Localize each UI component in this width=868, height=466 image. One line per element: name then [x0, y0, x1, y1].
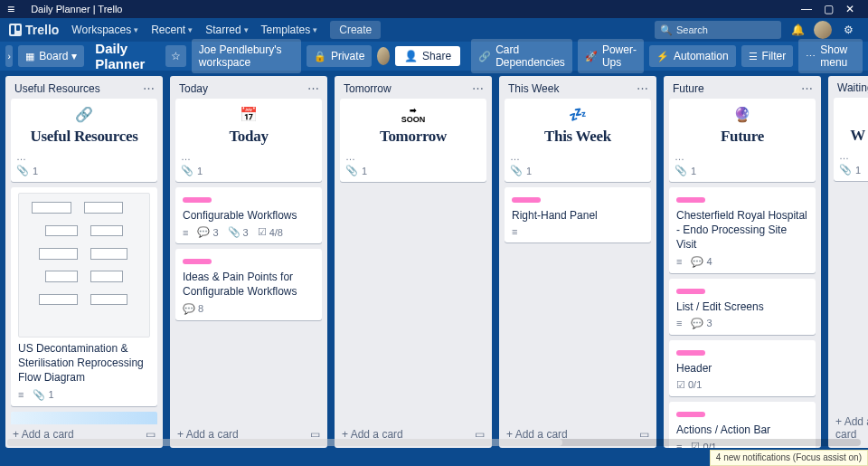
chevron-down-icon: ▾ [188, 25, 193, 34]
list-tomorrow: Tomorrow⋯ ➡SOON Tomorrow … 📎1 + Add a ca… [335, 76, 492, 448]
add-card-button[interactable]: + Add a card [835, 415, 868, 441]
list-menu-button[interactable]: ⋯ [637, 81, 649, 95]
list-name[interactable]: Today [179, 82, 307, 95]
settings-button[interactable]: ⚙ [837, 19, 859, 41]
show-menu-button[interactable]: ⋯Show menu [798, 39, 863, 73]
chevron-down-icon: ▾ [134, 25, 138, 34]
search-input[interactable]: 🔍Search [655, 21, 781, 39]
user-avatar[interactable] [814, 21, 832, 39]
attachment-icon: 📎 [33, 389, 45, 401]
chevron-down-icon: ▾ [71, 50, 77, 62]
board-view-button[interactable]: ▦Board▾ [18, 45, 84, 67]
list-hero-card[interactable]: 🔗 Useful Resources … 📎1 [11, 99, 157, 182]
dots-icon: ⋯ [806, 51, 816, 62]
list-name[interactable]: Tomorrow [344, 82, 472, 95]
description-icon: ≡ [18, 389, 24, 400]
list-name[interactable]: Future [673, 82, 801, 95]
card[interactable]: Ideas & Pain Points for Configurable Wor… [175, 249, 322, 319]
create-button[interactable]: Create [330, 21, 381, 39]
status-toast[interactable]: 4 new notifications (Focus assist on) [710, 450, 868, 466]
bolt-icon: ⚡ [656, 51, 669, 62]
nav-templates[interactable]: Templates▾ [261, 24, 318, 36]
list-this-week: This Week⋯ 💤 This Week … 📎1 Right-Hand P… [499, 76, 656, 448]
list-menu-button[interactable]: ⋯ [143, 81, 156, 95]
crystal-ball-icon: 🔮 [675, 106, 810, 124]
scrollbar-thumb[interactable] [7, 439, 562, 446]
description-icon: ≡ [512, 226, 517, 237]
list-hero-card[interactable]: 📅 Today … 📎1 [175, 99, 322, 182]
list-menu-button[interactable]: ⋯ [472, 81, 485, 95]
attachment-icon: 📎 [839, 164, 852, 176]
lock-icon: 🔒 [314, 51, 326, 62]
description-icon: ≡ [676, 256, 682, 267]
list-hero-card[interactable]: 🔮 Future … 📎1 [669, 99, 816, 182]
list-menu-button[interactable]: ⋯ [801, 81, 814, 95]
sleep-icon: 💤 [510, 106, 646, 124]
star-button[interactable]: ☆ [165, 45, 186, 67]
board-bar: › ▦Board▾ Daily Planner ☆ Joe Pendlebury… [0, 42, 868, 71]
calendar-icon: 📅 [181, 106, 316, 124]
share-button[interactable]: 👤Share [395, 46, 460, 66]
nav-workspaces[interactable]: Workspaces▾ [71, 24, 138, 36]
attachment-icon: 📎 [228, 226, 241, 238]
card-label [512, 197, 541, 203]
card-dependencies-button[interactable]: 🔗Card Dependencies [471, 39, 572, 73]
card[interactable]: Right-Hand Panel ≡ [505, 187, 651, 243]
list-hero-card[interactable]: ➡SOON Tomorrow … 📎1 [340, 99, 486, 182]
card[interactable]: US Decontamination & Sterilisation Repro… [11, 187, 157, 406]
board-canvas[interactable]: Useful Resources⋯ 🔗 Useful Resources … 📎… [0, 71, 868, 448]
horizontal-scrollbar[interactable] [7, 439, 861, 446]
card[interactable]: List / Edit Screens ≡💬3 [669, 279, 816, 335]
automation-button[interactable]: ⚡Automation [649, 45, 736, 67]
list-name[interactable]: Useful Resources [14, 82, 143, 95]
attachment-icon: 📎 [181, 165, 193, 176]
comment-icon: 💬 [691, 318, 703, 329]
filter-icon: ☰ [749, 51, 758, 62]
visibility-button[interactable]: 🔒Private [307, 45, 372, 67]
minimize-button[interactable]: — [796, 3, 817, 15]
card[interactable]: Chesterfield Royal Hospital - Endo Proce… [669, 187, 816, 273]
close-button[interactable]: ✕ [839, 3, 861, 15]
search-icon: 🔍 [660, 24, 673, 36]
attachment-icon: 📎 [510, 165, 523, 176]
sidebar-collapse-button[interactable]: › [5, 45, 13, 67]
chevron-down-icon: ▾ [244, 25, 249, 34]
comment-icon: 💬 [691, 256, 703, 268]
comment-icon: 💬 [183, 303, 195, 315]
list-hero-card[interactable]: 💤 This Week … 📎1 [505, 99, 651, 182]
list-hero-card[interactable]: W … 📎1 [834, 98, 868, 181]
list-name[interactable]: Waiting [837, 81, 868, 94]
link-icon: 🔗 [478, 51, 491, 62]
card[interactable]: Configurable Workflows ≡ 💬3 📎3 ☑4/8 [175, 187, 322, 243]
filter-button[interactable]: ☰Filter [741, 45, 794, 67]
checklist-icon: ☑ [258, 226, 267, 238]
list-useful-resources: Useful Resources⋯ 🔗 Useful Resources … 📎… [5, 76, 163, 448]
card-label [183, 259, 212, 264]
card-cover [11, 412, 157, 424]
nav-starred[interactable]: Starred▾ [205, 24, 248, 36]
notifications-button[interactable]: 🔔 [787, 19, 808, 41]
rocket-icon: 🚀 [585, 51, 598, 62]
card-label [676, 197, 705, 203]
window-title: Daily Planner | Trello [31, 4, 796, 14]
board-title[interactable]: Daily Planner [90, 41, 160, 71]
top-nav: Trello Workspaces▾ Recent▾ Starred▾ Temp… [0, 18, 868, 42]
trello-logo[interactable]: Trello [9, 23, 59, 37]
brand-label: Trello [25, 23, 59, 37]
hamburger-icon[interactable]: ≡ [7, 2, 14, 16]
comment-icon: 💬 [197, 226, 210, 238]
maximize-button[interactable]: ▢ [817, 3, 839, 15]
member-avatar[interactable] [377, 47, 390, 65]
power-ups-button[interactable]: 🚀Power-Ups [578, 39, 644, 73]
workspace-link[interactable]: Joe Pendlebury's workspace [192, 39, 301, 73]
card[interactable]: Header ☑0/1 [669, 340, 816, 396]
card-label [676, 289, 705, 294]
list-menu-button[interactable]: ⋯ [307, 81, 320, 95]
attachment-icon: 📎 [345, 165, 358, 176]
bell-icon: 🔔 [791, 24, 805, 36]
list-name[interactable]: This Week [508, 82, 637, 95]
description-icon: ≡ [183, 227, 188, 238]
card[interactable] [11, 412, 157, 424]
nav-recent[interactable]: Recent▾ [151, 24, 193, 36]
chevron-down-icon: ▾ [313, 25, 317, 34]
